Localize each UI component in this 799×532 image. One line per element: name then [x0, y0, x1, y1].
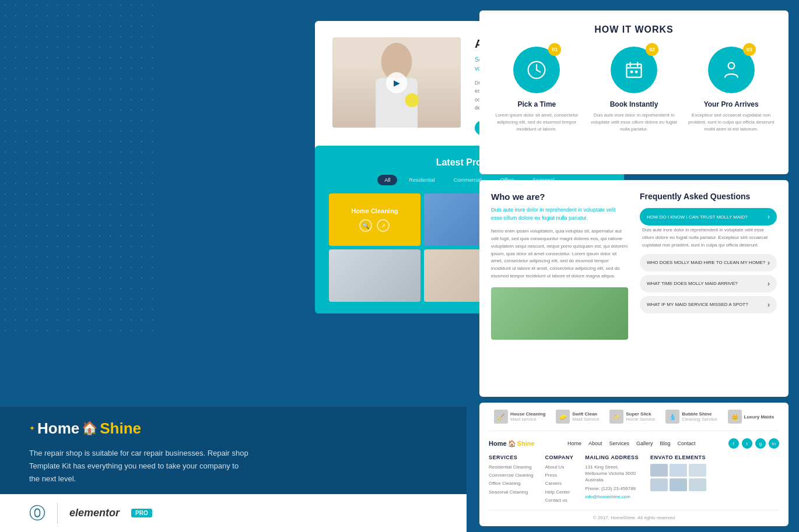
partner-5-icon: 👑 — [728, 410, 742, 424]
partner-3: ✨ Super SlickHome Service — [609, 410, 655, 424]
partner-1: 🧹 House CleaningMaid service — [494, 410, 545, 424]
filter-residential[interactable]: Residential — [402, 175, 442, 185]
company-help[interactable]: Help Center — [545, 489, 573, 495]
how-it-works-card: HOW IT WORKS 01 Pick a Time Lorem ipsum … — [479, 10, 789, 174]
footer-nav-row: Home 🏠 Shine Home About Services Gallery… — [489, 438, 779, 449]
project-icons: 🔍 ↗ — [359, 219, 390, 232]
company-careers[interactable]: Careers — [545, 480, 573, 487]
house-icon: 🏠 — [82, 421, 97, 436]
step-2-desc: Duis aute irure dolor in reprehenderit i… — [588, 112, 680, 133]
facebook-icon[interactable]: f — [728, 438, 739, 449]
footer-nav-about[interactable]: About — [588, 441, 602, 446]
footer-services-col: SERVICES Residential Cleaning Commercial… — [489, 455, 533, 505]
services-col-title: SERVICES — [489, 455, 533, 460]
partners-row: 🧹 House CleaningMaid service 🧽 Swift Cle… — [489, 410, 779, 431]
footer-nav-gallery[interactable]: Gallery — [636, 441, 653, 446]
how-steps: 01 Pick a Time Lorem ipsum dolor sit ame… — [491, 47, 777, 133]
footer-card: 🧹 House CleaningMaid service 🧽 Swift Cle… — [479, 403, 789, 526]
svg-rect-11 — [635, 71, 638, 73]
mailing-phone: Phone: (123) 23-456789 — [585, 485, 639, 492]
step-2-number: 02 — [646, 43, 658, 56]
partner-1-icon: 🧹 — [494, 410, 508, 424]
footer-nav-contact[interactable]: Contact — [678, 441, 696, 446]
footer-bar: ⓪ elementor PRO — [0, 494, 467, 532]
footer-thumbnails — [650, 464, 706, 491]
who-faq-card: Who we are? Duis aute irure dolor in rep… — [479, 180, 789, 397]
service-office[interactable]: Office Cleaning — [489, 480, 533, 487]
mailing-address: 131 King Street,Melbourne Victoria 3000A… — [585, 464, 639, 484]
faq-item-2[interactable]: WHO DOES MOLLY MAID HIRE TO CLEAN MY HOM… — [640, 254, 777, 272]
brand-home: Home — [37, 420, 79, 438]
who-title: Who we are? — [491, 192, 628, 202]
footer-navigation: Home About Services Gallery Blog Contact — [567, 441, 696, 446]
thumb-6 — [689, 478, 706, 491]
faq-arrow-3: › — [768, 280, 770, 288]
brand-description: The repair shop is suitable for car repa… — [29, 447, 251, 485]
service-residential[interactable]: Residential Cleaning — [489, 464, 533, 470]
svg-point-12 — [728, 62, 734, 69]
faq-item-1[interactable]: HOW DO I KNOW I CAN TRUST MOLLY MAID? › — [640, 208, 777, 226]
who-description: Nemo enim ipsam voluptatem, quia volupta… — [491, 228, 628, 280]
footer-copyright: © 2017, HomeShine. All rights reserved — [489, 510, 779, 520]
wordpress-logo: ⓪ — [29, 502, 45, 524]
star-icon: ✦ — [29, 424, 35, 432]
divider — [57, 503, 58, 524]
footer-company-col: COMPANY About Us Press Careers Help Cent… — [545, 455, 573, 505]
clock-icon — [526, 59, 547, 80]
footer-nav-blog[interactable]: Blog — [660, 441, 671, 446]
video-thumbnail[interactable]: ▶ — [332, 37, 461, 128]
footer-nav-home[interactable]: Home — [567, 441, 581, 446]
company-about[interactable]: About Us — [545, 464, 573, 470]
faq-item-3[interactable]: WHAT TIME DOES MOLLY MAID ARRIVE? › — [640, 275, 777, 293]
instagram-icon[interactable]: in — [769, 438, 779, 449]
who-subtitle: Duis aute irure dolor in reprehenderit i… — [491, 206, 628, 222]
footer-logo: Home 🏠 Shine — [489, 440, 535, 448]
partner-5-name: Luxury Maids — [744, 414, 775, 420]
faq-title: Frequently Asked Questions — [640, 192, 777, 201]
faq-col: Frequently Asked Questions HOW DO I KNOW… — [640, 192, 777, 385]
partner-4-icon: 💧 — [665, 410, 679, 424]
filter-all[interactable]: All — [377, 175, 397, 185]
svg-rect-6 — [626, 64, 641, 77]
company-contact[interactable]: Contact us — [545, 497, 573, 503]
thumb-3 — [689, 464, 706, 477]
kid-figure — [491, 287, 628, 340]
background-dots — [0, 0, 157, 332]
google-icon[interactable]: g — [755, 438, 766, 449]
footer-nav-services[interactable]: Services — [609, 441, 629, 446]
project-item-featured[interactable]: Home Cleaning 🔍 ↗ — [329, 193, 420, 246]
service-commercial[interactable]: Commercial Cleaning — [489, 472, 533, 478]
service-seasonal[interactable]: Seasonal Cleaning — [489, 489, 533, 495]
partner-2-icon: 🧽 — [556, 410, 570, 424]
footer-logo-home: Home — [489, 440, 507, 447]
twitter-icon[interactable]: t — [742, 438, 752, 449]
partner-2: 🧽 Swift CleanMaid Service — [556, 410, 599, 424]
who-image — [491, 287, 628, 340]
faq-item-4[interactable]: WHAT IF MY MAID SERVICE MISSED A SPOT? › — [640, 296, 777, 313]
thumb-1 — [650, 464, 668, 477]
footer-envato-col: ENVATO ELEMENTS — [650, 455, 706, 505]
play-button[interactable]: ▶ — [386, 72, 407, 93]
partner-3-name: Super SlickHome Service — [626, 411, 655, 422]
faq-answer-1: Duis aute irure dolor in reprehenderit i… — [640, 227, 777, 249]
brand-shine: Shine — [100, 420, 141, 438]
how-it-works-title: HOW IT WORKS — [491, 24, 777, 35]
step-1: 01 Pick a Time Lorem ipsum dolor sit ame… — [491, 47, 583, 133]
mailing-email[interactable]: info@homeshine.com — [585, 494, 639, 500]
step-1-desc: Lorem ipsum dolor sit amet, consectetur … — [491, 112, 583, 133]
company-press[interactable]: Press — [545, 472, 573, 478]
search-icon[interactable]: 🔍 — [359, 219, 372, 232]
footer-logo-icon: 🏠 — [508, 440, 516, 448]
step-3: 03 Your Pro Arrives Excepteur sint occae… — [685, 47, 777, 133]
calendar-icon — [623, 59, 644, 80]
project-item-3[interactable] — [329, 249, 420, 302]
partner-3-icon: ✨ — [609, 410, 623, 424]
person-arrive-icon — [721, 59, 742, 80]
partner-1-name: House CleaningMaid service — [510, 411, 545, 422]
footer-columns: SERVICES Residential Cleaning Commercial… — [489, 455, 779, 505]
step-1-number: 01 — [548, 43, 561, 56]
footer-social: f t g in — [728, 438, 779, 449]
link-icon[interactable]: ↗ — [377, 219, 390, 232]
envato-col-title: ENVATO ELEMENTS — [650, 455, 706, 460]
step-3-number: 03 — [743, 43, 756, 56]
